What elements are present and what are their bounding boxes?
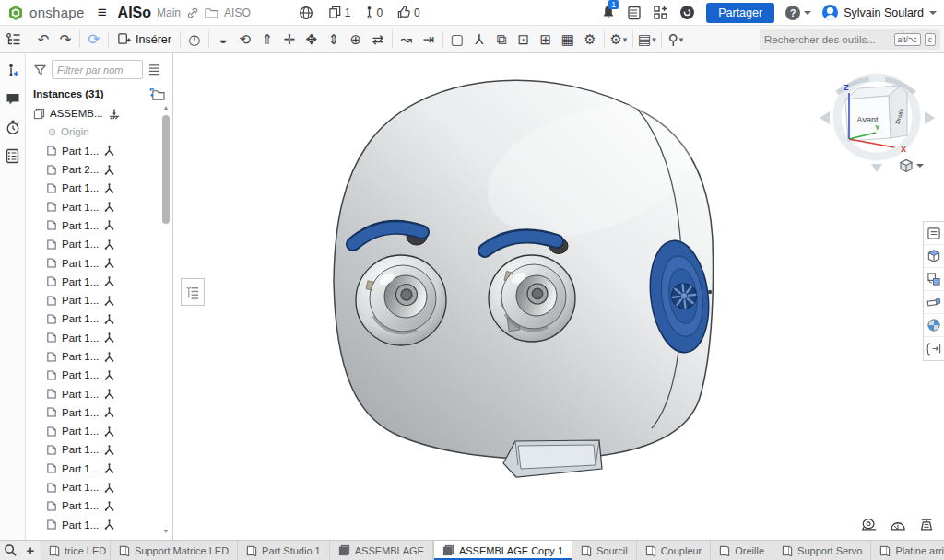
likes-stat[interactable]: 0 (397, 6, 420, 19)
public-globe-icon[interactable] (299, 6, 313, 20)
workspace-name[interactable]: Main (157, 6, 181, 19)
manage-positions-icon[interactable]: ⊡ (513, 29, 535, 51)
copies-stat[interactable]: 1 (328, 6, 351, 19)
mass-scale-icon[interactable] (918, 518, 935, 532)
tree-item[interactable]: Part 1... (26, 197, 172, 216)
graphics-area[interactable]: Avant Droite Z X Y (173, 53, 944, 540)
slider-mate-icon[interactable]: ⇑ (256, 29, 278, 51)
tree-item[interactable]: Part 1... (26, 273, 172, 291)
mate-limits-icon[interactable]: ⇥ (418, 29, 440, 51)
assembly-3d-view[interactable]: Avant Droite Z X Y (173, 53, 944, 540)
tree-item[interactable]: Part 2... (26, 160, 172, 179)
document-tab[interactable]: Coupleur (637, 541, 712, 560)
list-options-icon[interactable] (148, 64, 161, 76)
mate-icon[interactable]: ◒ (212, 29, 234, 51)
add-subassembly-icon[interactable] (149, 88, 165, 100)
rotate-down-arrow[interactable] (871, 164, 882, 172)
tree-item[interactable]: Part 1... (26, 142, 172, 160)
notes-panel-icon[interactable] (5, 147, 21, 164)
mass-properties-panel-icon[interactable] (924, 314, 944, 337)
filter-icon[interactable] (33, 64, 47, 76)
undo-button[interactable]: ↶ (32, 29, 54, 51)
revolute-mate-icon[interactable]: ⟲ (234, 29, 256, 51)
replicate-icon[interactable]: ⧉ (490, 29, 513, 51)
rotate-right-arrow[interactable] (925, 111, 935, 124)
tree-item[interactable]: Part 1... (26, 403, 172, 422)
planar-mate-icon[interactable]: ✛ (278, 29, 301, 51)
share-button[interactable]: Partager (706, 3, 774, 23)
scroll-up-arrow[interactable]: ▲ (161, 103, 171, 112)
tree-item[interactable]: Part 1... (26, 216, 172, 235)
folder-name[interactable]: AISO (224, 6, 251, 19)
view-options-dropdown[interactable] (899, 158, 924, 173)
history-panel-icon[interactable] (5, 119, 21, 135)
tree-item[interactable]: Part 1... (26, 253, 172, 272)
help-menu[interactable]: ? (785, 6, 811, 20)
parallel-mate-icon[interactable]: ⇄ (367, 29, 389, 51)
features-flyout-handle[interactable] (181, 278, 205, 306)
document-tab[interactable]: ASSEMBLAGE Copy 1 (433, 541, 572, 560)
link-icon[interactable] (186, 6, 199, 19)
document-tab[interactable]: Platine arri (871, 541, 944, 560)
scrollbar-thumb[interactable] (162, 115, 170, 224)
rotate-left-arrow[interactable] (820, 111, 830, 124)
release-list-icon[interactable] (627, 6, 642, 20)
tree-item[interactable]: Part 1... (26, 440, 172, 459)
bottom-bracket[interactable] (503, 440, 602, 477)
cylindrical-mate-icon[interactable]: ✥ (301, 29, 323, 51)
versions-panel-icon[interactable] (5, 62, 21, 78)
configurations-panel-icon[interactable] (924, 291, 944, 314)
versions-stat[interactable]: 0 (365, 6, 383, 19)
tree-item[interactable]: Part 1... (26, 496, 172, 515)
document-tab[interactable]: ASSEMBLAGE (330, 541, 433, 560)
measure-panel-icon[interactable] (924, 337, 944, 360)
tree-item[interactable]: Part 1... (26, 384, 172, 402)
tool-search-field[interactable]: Rechercher des outils... alt/⌥ c (760, 29, 940, 50)
scroll-down-arrow[interactable]: ▼ (161, 527, 171, 536)
bom-panel-icon[interactable] (924, 222, 944, 245)
tree-item[interactable]: Part 1... (26, 347, 172, 366)
rollback-button[interactable]: ⟳ (83, 29, 105, 51)
tree-item[interactable]: Part 1... (26, 516, 172, 532)
tree-item[interactable]: Part 1... (26, 329, 172, 347)
apps-icon[interactable] (653, 5, 668, 20)
document-tab[interactable]: trice LED (41, 541, 111, 560)
user-menu[interactable]: Sylvain Soulard (822, 5, 937, 20)
notifications-button[interactable]: 1 (601, 5, 616, 20)
fastened-mate-icon[interactable]: ⊕ (345, 29, 367, 51)
filter-input[interactable] (52, 60, 143, 79)
linear-pattern-icon[interactable]: ⊞ (535, 29, 557, 51)
tab-search-icon[interactable] (0, 541, 20, 560)
right-eye[interactable] (489, 255, 575, 342)
features-dropdown-icon[interactable]: ⚙▾ (608, 29, 630, 51)
add-tab-button[interactable]: + (20, 541, 41, 560)
tree-item[interactable]: Part 1... (26, 291, 172, 309)
circular-pattern-icon[interactable]: ▦ (557, 29, 579, 51)
display-states-panel-icon[interactable] (924, 268, 944, 291)
document-tab[interactable]: Part Studio 1 (238, 541, 330, 560)
document-tab[interactable]: Oreille (711, 541, 773, 560)
insert-button[interactable]: Insérer (112, 29, 177, 51)
tree-item[interactable]: Part 1... (26, 179, 172, 197)
drawing-dropdown-icon[interactable]: ▤▾ (636, 29, 658, 51)
pin-slot-mate-icon[interactable]: ⇕ (323, 29, 345, 51)
tape-measure-icon[interactable] (861, 518, 878, 532)
comments-panel-icon[interactable] (5, 90, 21, 107)
document-tab[interactable]: Support Matrice LED (111, 541, 238, 560)
tree-item[interactable]: Part 1... (26, 460, 172, 478)
learning-center-icon[interactable] (679, 5, 695, 20)
tree-item[interactable]: Part 1... (26, 309, 172, 328)
tangent-mate-icon[interactable]: ↝ (395, 29, 418, 51)
model-tree-toggle-icon[interactable] (0, 29, 26, 51)
assembly-features-icon[interactable]: ⚙ (579, 29, 601, 51)
tree-item[interactable]: Part 1... (26, 478, 172, 496)
document-tab[interactable]: Support Servo (773, 541, 871, 560)
named-views-panel-icon[interactable] (924, 245, 944, 268)
document-tab[interactable]: Sourcil (572, 541, 637, 560)
mate-connector-icon[interactable]: ⅄ (468, 29, 490, 51)
tree-item[interactable]: Part 1... (26, 422, 172, 440)
redo-button[interactable]: ↷ (54, 29, 77, 51)
group-icon[interactable]: ▢ (446, 29, 468, 51)
protractor-icon[interactable] (890, 518, 906, 532)
tree-item[interactable]: Part 1... (26, 235, 172, 253)
